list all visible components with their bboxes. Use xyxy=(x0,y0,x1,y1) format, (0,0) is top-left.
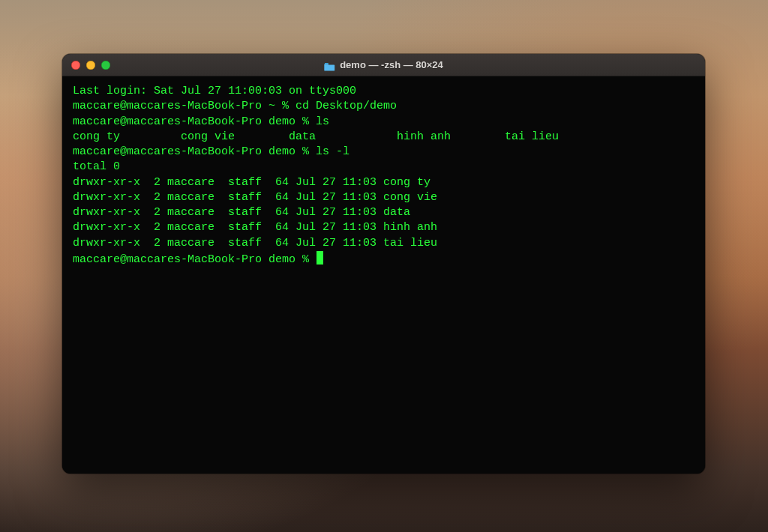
minimize-button[interactable] xyxy=(86,61,95,70)
terminal-line: maccare@maccares-MacBook-Pro demo % ls -… xyxy=(73,145,350,158)
terminal-line: maccare@maccares-MacBook-Pro demo % ls xyxy=(73,115,329,128)
window-titlebar[interactable]: demo — -zsh — 80×24 xyxy=(62,54,705,76)
terminal-cursor xyxy=(316,251,323,265)
terminal-prompt: maccare@maccares-MacBook-Pro demo % xyxy=(73,253,316,266)
terminal-line: drwxr-xr-x 2 maccare staff 64 Jul 27 11:… xyxy=(73,206,410,219)
desktop-wallpaper: demo — -zsh — 80×24 Last login: Sat Jul … xyxy=(0,0,768,532)
terminal-line: maccare@maccares-MacBook-Pro ~ % cd Desk… xyxy=(73,100,397,112)
window-controls xyxy=(62,61,110,70)
terminal-viewport[interactable]: Last login: Sat Jul 27 11:00:03 on ttys0… xyxy=(62,76,705,474)
terminal-line: drwxr-xr-x 2 maccare staff 64 Jul 27 11:… xyxy=(73,191,437,204)
terminal-line: Last login: Sat Jul 27 11:00:03 on ttys0… xyxy=(73,85,356,97)
terminal-line: drwxr-xr-x 2 maccare staff 64 Jul 27 11:… xyxy=(73,176,430,189)
window-title: demo — -zsh — 80×24 xyxy=(340,59,443,70)
terminal-window: demo — -zsh — 80×24 Last login: Sat Jul … xyxy=(62,54,705,474)
close-button[interactable] xyxy=(71,61,80,70)
terminal-line: drwxr-xr-x 2 maccare staff 64 Jul 27 11:… xyxy=(73,221,437,234)
window-title-group: demo — -zsh — 80×24 xyxy=(62,59,705,70)
terminal-line: cong ty cong vie data hinh anh tai lieu xyxy=(73,130,559,143)
folder-icon xyxy=(324,61,335,70)
terminal-line: drwxr-xr-x 2 maccare staff 64 Jul 27 11:… xyxy=(73,237,437,250)
zoom-button[interactable] xyxy=(101,61,110,70)
terminal-line: total 0 xyxy=(73,160,120,173)
